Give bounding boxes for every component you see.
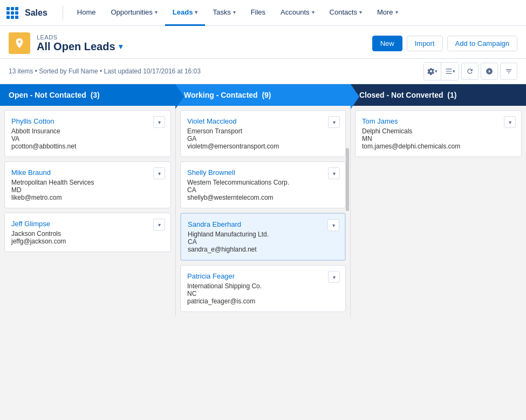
settings-chevron: ▾ bbox=[435, 69, 438, 74]
lead-name-sandra[interactable]: Sandra Eberhard bbox=[188, 220, 338, 228]
nav-item-tasks[interactable]: Tasks ▾ bbox=[205, 0, 243, 26]
card-violet-maccleod: ▾ Violet Maccleod Emerson Transport GA v… bbox=[180, 110, 346, 157]
column-label-closed: Closed - Not Converted bbox=[359, 91, 447, 99]
lead-state-sandra: CA bbox=[188, 238, 338, 246]
lead-company-tom: Delphi Chemicals bbox=[362, 127, 515, 135]
lead-email-phyllis: pcotton@abbottins.net bbox=[11, 143, 164, 150]
column-arrow-working bbox=[351, 84, 359, 109]
page-header: LEADS All Open Leads ▾ New Import Add to… bbox=[0, 26, 526, 59]
chevron-down-icon: ▾ bbox=[155, 9, 158, 15]
nav-items-list: Home Opportunities ▾ Leads ▾ Tasks ▾ Fil… bbox=[70, 0, 520, 26]
chevron-down-icon: ▾ bbox=[312, 9, 315, 15]
columns-chevron: ▾ bbox=[453, 69, 455, 74]
chevron-down-icon: ▾ bbox=[195, 9, 197, 15]
lead-email-sandra: sandra_e@highland.net bbox=[188, 246, 338, 253]
card-dropdown-tom[interactable]: ▾ bbox=[504, 116, 516, 128]
import-button[interactable]: Import bbox=[407, 36, 443, 51]
column-closed-not-converted: Closed - Not Converted (1) ▾ Tom James D… bbox=[351, 84, 526, 316]
settings-view-group: ▾ ▾ bbox=[423, 62, 459, 80]
nav-item-leads[interactable]: Leads ▾ bbox=[165, 0, 206, 26]
lead-company-phyllis: Abbott Insurance bbox=[11, 127, 164, 135]
lead-state-tom: MN bbox=[362, 135, 515, 143]
chevron-down-icon: ▾ bbox=[395, 9, 398, 15]
top-navigation: Sales Home Opportunities ▾ Leads ▾ Tasks… bbox=[0, 0, 526, 26]
nav-item-home[interactable]: Home bbox=[70, 0, 104, 26]
lead-company-violet: Emerson Transport bbox=[187, 127, 339, 135]
leads-icon bbox=[9, 32, 30, 54]
lead-email-patricia: patricia_feager@is.com bbox=[187, 297, 339, 305]
columns-button[interactable]: ▾ bbox=[441, 63, 459, 80]
card-dropdown-phyllis[interactable]: ▾ bbox=[153, 116, 165, 128]
cards-working: ▾ Violet Maccleod Emerson Transport GA v… bbox=[175, 106, 351, 316]
card-jeff-glimpse: ▾ Jeff Glimpse Jackson Controls jeffg@ja… bbox=[4, 213, 171, 252]
lead-name-patricia[interactable]: Patricia Feager bbox=[187, 272, 339, 280]
nav-item-files[interactable]: Files bbox=[243, 0, 273, 26]
card-dropdown-jeff[interactable]: ▾ bbox=[153, 219, 165, 231]
card-dropdown-shelly[interactable]: ▾ bbox=[328, 167, 340, 179]
card-dropdown-sandra[interactable]: ▾ bbox=[327, 219, 339, 231]
card-dropdown-mike[interactable]: ▾ bbox=[153, 167, 165, 179]
card-patricia-feager: ▾ Patricia Feager International Shipping… bbox=[180, 265, 346, 312]
lead-name-phyllis[interactable]: Phyllis Cotton bbox=[11, 117, 164, 125]
refresh-button[interactable] bbox=[461, 63, 479, 80]
header-actions: New Import Add to Campaign bbox=[372, 36, 517, 51]
nav-item-contacts[interactable]: Contacts ▾ bbox=[322, 0, 370, 26]
lead-name-shelly[interactable]: Shelly Brownell bbox=[187, 168, 339, 177]
card-dropdown-violet[interactable]: ▾ bbox=[328, 116, 340, 128]
column-label-working: Working - Contacted bbox=[184, 91, 262, 99]
lead-name-mike[interactable]: Mike Braund bbox=[11, 168, 164, 177]
toolbar-tools: ▾ ▾ bbox=[423, 62, 517, 80]
lead-state-mike: MD bbox=[11, 186, 164, 194]
list-info: 13 items • Sorted by Full Name • Last up… bbox=[9, 67, 201, 75]
title-dropdown-icon[interactable]: ▾ bbox=[119, 42, 122, 51]
header-left: LEADS All Open Leads ▾ bbox=[9, 32, 122, 54]
column-working-contacted: Working - Contacted (9) ▾ Violet Maccleo… bbox=[175, 84, 351, 316]
lead-name-jeff[interactable]: Jeff Glimpse bbox=[11, 220, 164, 228]
add-to-campaign-button[interactable]: Add to Campaign bbox=[447, 36, 517, 51]
card-dropdown-patricia[interactable]: ▾ bbox=[328, 271, 340, 283]
new-button[interactable]: New bbox=[372, 36, 402, 51]
settings-button[interactable]: ▾ bbox=[424, 63, 441, 80]
page-title: All Open Leads ▾ bbox=[37, 40, 122, 53]
kanban-board: Open - Not Contacted (3) ▾ Phyllis Cotto… bbox=[0, 84, 526, 316]
app-name: Sales bbox=[25, 8, 47, 18]
lead-state-patricia: NC bbox=[187, 290, 339, 297]
list-toolbar: 13 items • Sorted by Full Name • Last up… bbox=[0, 59, 526, 84]
card-tom-james: ▾ Tom James Delphi Chemicals MN tom.jame… bbox=[355, 110, 522, 157]
lead-email-jeff: jeffg@jackson.com bbox=[11, 238, 164, 245]
lead-company-jeff: Jackson Controls bbox=[11, 230, 164, 238]
chevron-down-icon: ▾ bbox=[359, 9, 362, 15]
lead-company-patricia: International Shipping Co. bbox=[187, 282, 339, 290]
breadcrumb: LEADS bbox=[37, 34, 122, 40]
lead-state-phyllis: VA bbox=[11, 135, 164, 143]
nav-item-opportunities[interactable]: Opportunities ▾ bbox=[104, 0, 165, 26]
lead-company-shelly: Western Telecommunications Corp. bbox=[187, 179, 339, 186]
grid-icon bbox=[6, 7, 18, 19]
lead-company-mike: Metropolitan Health Services bbox=[11, 179, 164, 186]
cards-closed: ▾ Tom James Delphi Chemicals MN tom.jame… bbox=[351, 106, 526, 316]
lead-name-violet[interactable]: Violet Maccleod bbox=[187, 117, 339, 125]
column-header-open: Open - Not Contacted (3) bbox=[0, 84, 175, 106]
column-arrow-open bbox=[175, 84, 184, 109]
lead-name-tom[interactable]: Tom James bbox=[362, 117, 515, 125]
scrollbar[interactable] bbox=[346, 148, 349, 211]
lead-state-shelly: CA bbox=[187, 186, 339, 194]
kanban-columns: Open - Not Contacted (3) ▾ Phyllis Cotto… bbox=[0, 84, 526, 316]
nav-item-accounts[interactable]: Accounts ▾ bbox=[273, 0, 322, 26]
lead-company-sandra: Highland Manufacturing Ltd. bbox=[188, 231, 338, 238]
card-shelly-brownell: ▾ Shelly Brownell Western Telecommunicat… bbox=[180, 161, 346, 208]
nav-item-more[interactable]: More ▾ bbox=[370, 0, 406, 26]
chart-button[interactable] bbox=[481, 63, 498, 80]
nav-divider bbox=[63, 5, 63, 21]
card-phyllis-cotton: ▾ Phyllis Cotton Abbott Insurance VA pco… bbox=[4, 110, 171, 157]
column-open-not-contacted: Open - Not Contacted (3) ▾ Phyllis Cotto… bbox=[0, 84, 175, 316]
column-header-closed: Closed - Not Converted (1) bbox=[351, 84, 526, 106]
filter-button[interactable] bbox=[500, 63, 517, 80]
lead-email-tom: tom.james@delphi.chemicals.com bbox=[362, 143, 515, 150]
lead-email-shelly: shellyb@westerntelecom.com bbox=[187, 194, 339, 201]
card-mike-braund: ▾ Mike Braund Metropolitan Health Servic… bbox=[4, 161, 171, 208]
column-header-working: Working - Contacted (9) bbox=[175, 84, 351, 106]
lead-email-mike: likeb@metro.com bbox=[11, 194, 164, 201]
column-label-open: Open - Not Contacted bbox=[9, 91, 91, 99]
lead-email-violet: violetm@emersontransport.com bbox=[187, 143, 339, 150]
